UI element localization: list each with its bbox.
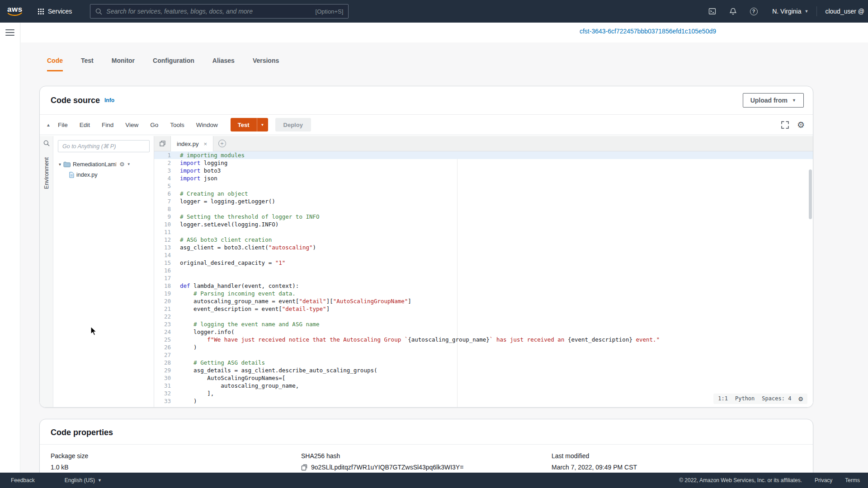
help-button[interactable]: ? <box>743 0 764 23</box>
editor-icon-rail: Environment <box>40 136 53 407</box>
code-line-16[interactable]: 16 <box>154 267 813 274</box>
folder-settings-gear-icon[interactable]: ⚙ <box>119 161 125 167</box>
terms-link[interactable]: Terms <box>845 477 860 483</box>
goto-anything-input[interactable] <box>58 140 150 152</box>
deploy-button[interactable]: Deploy <box>275 118 311 131</box>
account-menu-button[interactable]: cloud_user @ <box>817 8 868 15</box>
indentation-setting[interactable]: Spaces: 4 <box>762 395 791 403</box>
code-line-13[interactable]: 13asg_client = boto3.client("autoscaling… <box>154 244 813 251</box>
menu-view[interactable]: View <box>125 122 138 128</box>
search-shortcut-hint: [Option+S] <box>316 8 344 15</box>
property-package-size: Package size1.0 kB <box>51 452 301 471</box>
code-line-28[interactable]: 28 # Getting ASG details <box>154 359 813 366</box>
code-line-10[interactable]: 10logger.setLevel(logging.INFO) <box>154 221 813 228</box>
code-line-18[interactable]: 18def lambda_handler(event, context): <box>154 282 813 290</box>
language-selector[interactable]: English (US) ▼ <box>65 477 102 483</box>
code-line-22[interactable]: 22 <box>154 313 813 320</box>
code-line-17[interactable]: 17 <box>154 274 813 282</box>
tab-aliases[interactable]: Aliases <box>212 57 235 71</box>
copy-icon[interactable] <box>301 464 307 471</box>
editor-preferences-gear-icon[interactable]: ⚙ <box>797 121 805 129</box>
editor-tab-indexpy[interactable]: index.py × <box>170 136 213 151</box>
file-tree: ▾ RemediationLambda ⚙ ▼ index.py <box>53 159 154 180</box>
test-button[interactable]: Test ▼ <box>231 118 268 131</box>
code-line-15[interactable]: 15original_desired_capacity = "1" <box>154 259 813 267</box>
code-line-25[interactable]: 25 f"We have just received notice that t… <box>154 336 813 343</box>
environment-panel-tab[interactable]: Environment <box>43 157 50 189</box>
test-button-label: Test <box>231 118 257 131</box>
tree-folder-row[interactable]: ▾ RemediationLambda ⚙ ▼ <box>53 159 154 169</box>
new-tab-button[interactable]: + <box>213 136 231 151</box>
close-tab-icon[interactable]: × <box>203 141 207 147</box>
python-file-icon <box>69 172 74 178</box>
code-line-24[interactable]: 24 logger.info( <box>154 328 813 336</box>
region-selector[interactable]: N. Virginia ▼ <box>764 0 816 23</box>
folder-caret-icon[interactable]: ▾ <box>59 162 61 167</box>
menu-window[interactable]: Window <box>196 122 218 128</box>
code-line-29[interactable]: 29 asg_details = asg_client.describe_aut… <box>154 366 813 374</box>
menu-find[interactable]: Find <box>102 122 113 128</box>
tab-configuration[interactable]: Configuration <box>153 57 194 71</box>
menu-tools[interactable]: Tools <box>170 122 184 128</box>
nav-right-group: ? N. Virginia ▼ cloud_user @ <box>702 0 868 23</box>
code-line-1[interactable]: 1# importing modules <box>154 151 813 159</box>
code-line-26[interactable]: 26 ) <box>154 343 813 351</box>
code-line-14[interactable]: 14 <box>154 251 813 259</box>
code-line-6[interactable]: 6# Creating an object <box>154 190 813 197</box>
language-mode[interactable]: Python <box>735 395 755 403</box>
vertical-scrollbar[interactable] <box>809 169 812 219</box>
code-line-5[interactable]: 5 <box>154 182 813 190</box>
code-line-7[interactable]: 7logger = logging.getLogger() <box>154 197 813 205</box>
tree-file-row[interactable]: index.py <box>53 169 154 180</box>
status-gear-icon[interactable]: ⚙ <box>798 395 803 403</box>
code-line-2[interactable]: 2import logging <box>154 159 813 167</box>
aws-smile-icon <box>8 13 22 17</box>
property-label: SHA256 hash <box>301 452 552 460</box>
code-line-12[interactable]: 12# ASG boto3 client creation <box>154 236 813 244</box>
code-line-11[interactable]: 11 <box>154 228 813 236</box>
tab-test[interactable]: Test <box>81 57 94 71</box>
menu-file[interactable]: File <box>58 122 68 128</box>
code-line-21[interactable]: 21 event_description = event["detail-typ… <box>154 305 813 313</box>
notifications-button[interactable] <box>722 0 743 23</box>
code-source-title: Code source <box>51 96 100 105</box>
info-link[interactable]: Info <box>104 97 114 103</box>
code-lines: 1# importing modules2import logging3impo… <box>154 151 813 405</box>
aws-logo[interactable]: aws <box>7 6 23 17</box>
cloudshell-button[interactable] <box>702 0 722 23</box>
tab-monitor[interactable]: Monitor <box>112 57 135 71</box>
code-line-19[interactable]: 19 # Parsing incoming event data. <box>154 290 813 297</box>
folder-icon <box>63 161 71 167</box>
collapse-menubar-icon[interactable]: ▲ <box>46 122 51 127</box>
feedback-button[interactable]: Feedback <box>11 477 35 483</box>
tab-versions[interactable]: Versions <box>253 57 279 71</box>
code-line-20[interactable]: 20 autoscaling_group_name = event["detai… <box>154 297 813 305</box>
code-area: index.py × + 1# importing modules2import… <box>154 136 813 407</box>
menu-go[interactable]: Go <box>150 122 158 128</box>
code-line-27[interactable]: 27 <box>154 351 813 359</box>
code-line-30[interactable]: 30 AutoScalingGroupNames=[ <box>154 374 813 382</box>
fullscreen-icon[interactable] <box>781 121 789 129</box>
tab-code[interactable]: Code <box>47 57 63 71</box>
services-label: Services <box>48 8 72 15</box>
code-line-8[interactable]: 8 <box>154 205 813 213</box>
menu-edit[interactable]: Edit <box>80 122 90 128</box>
code-line-23[interactable]: 23 # logging the event name and ASG name <box>154 320 813 328</box>
search-input[interactable] <box>106 8 311 15</box>
code-line-4[interactable]: 4import json <box>154 174 813 182</box>
left-rail <box>0 23 20 473</box>
region-label: N. Virginia <box>772 8 801 15</box>
services-menu-button[interactable]: Services <box>32 0 79 23</box>
stack-link[interactable]: cfst-3643-6cf722457bbb0371856efd1c105e50… <box>580 28 716 35</box>
code-line-3[interactable]: 3import boto3 <box>154 167 813 174</box>
code-line-31[interactable]: 31 autoscaling_group_name, <box>154 382 813 389</box>
code-line-9[interactable]: 9# Setting the threshold of logger to IN… <box>154 213 813 221</box>
privacy-link[interactable]: Privacy <box>815 477 832 483</box>
tab-list-icon[interactable] <box>154 136 170 151</box>
editor-search-icon[interactable] <box>43 140 50 146</box>
hamburger-menu-icon[interactable] <box>5 29 14 36</box>
cursor-position[interactable]: 1:1 <box>718 395 728 403</box>
test-split-caret[interactable]: ▼ <box>257 118 268 131</box>
global-search-bar[interactable]: [Option+S] <box>90 4 349 19</box>
upload-from-button[interactable]: Upload from ▼ <box>743 93 804 108</box>
